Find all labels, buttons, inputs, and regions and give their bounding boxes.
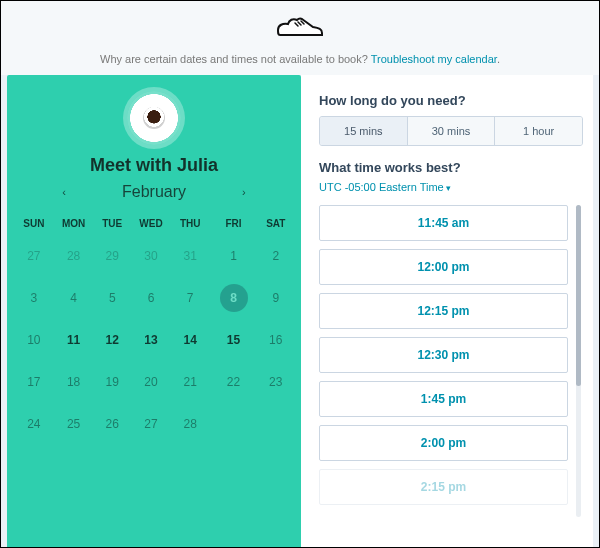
main-row: Meet with Julia ‹ February › SUNMONTUEWE… <box>1 75 599 547</box>
calendar-day <box>259 403 293 445</box>
calendar-day[interactable]: 14 <box>172 319 209 361</box>
time-slot-list: 11:45 am12:00 pm12:15 pm12:30 pm1:45 pm2… <box>319 203 570 547</box>
calendar-day: 30 <box>130 235 172 277</box>
next-month-button[interactable]: › <box>234 180 254 204</box>
weekday-header: FRI <box>209 212 259 235</box>
duration-option[interactable]: 15 mins <box>320 117 407 145</box>
month-nav: ‹ February › <box>15 180 293 204</box>
brand-logo <box>272 13 328 43</box>
widget-header: Why are certain dates and times not avai… <box>1 1 599 75</box>
calendar-day[interactable]: 16 <box>259 319 293 361</box>
coffee-cup-icon <box>143 107 165 129</box>
calendar-day[interactable]: 25 <box>53 403 95 445</box>
weekday-header: THU <box>172 212 209 235</box>
scrollbar-track[interactable] <box>576 205 581 517</box>
time-panel: How long do you need? 15 mins30 mins1 ho… <box>301 75 593 547</box>
calendar-day[interactable]: 4 <box>53 277 95 319</box>
weekday-header: TUE <box>94 212 130 235</box>
calendar-day <box>209 403 259 445</box>
calendar-grid: SUNMONTUEWEDTHUFRISAT 272829303112345678… <box>15 212 293 445</box>
time-slot[interactable]: 2:15 pm <box>319 469 568 505</box>
calendar-day[interactable]: 11 <box>53 319 95 361</box>
timezone-select[interactable]: UTC -05:00 Eastern Time <box>319 181 583 193</box>
calendar-day[interactable]: 17 <box>15 361 53 403</box>
calendar-day[interactable]: 23 <box>259 361 293 403</box>
calendar-day[interactable]: 3 <box>15 277 53 319</box>
duration-option[interactable]: 1 hour <box>494 117 582 145</box>
calendar-day: 29 <box>94 235 130 277</box>
calendar-day[interactable]: 6 <box>130 277 172 319</box>
time-slot[interactable]: 12:00 pm <box>319 249 568 285</box>
scrollbar-thumb[interactable] <box>576 205 581 386</box>
calendar-day[interactable]: 19 <box>94 361 130 403</box>
calendar-day: 28 <box>53 235 95 277</box>
calendar-day[interactable]: 10 <box>15 319 53 361</box>
calendar-day[interactable]: 24 <box>15 403 53 445</box>
duration-question: How long do you need? <box>319 93 583 108</box>
calendar-day[interactable]: 21 <box>172 361 209 403</box>
calendar-day[interactable]: 26 <box>94 403 130 445</box>
calendar-day[interactable]: 20 <box>130 361 172 403</box>
calendar-day[interactable]: 7 <box>172 277 209 319</box>
meeting-title: Meet with Julia <box>90 155 218 176</box>
weekday-header: WED <box>130 212 172 235</box>
calendar-day[interactable]: 28 <box>172 403 209 445</box>
time-slot[interactable]: 12:30 pm <box>319 337 568 373</box>
calendar-day[interactable]: 13 <box>130 319 172 361</box>
help-text: Why are certain dates and times not avai… <box>100 53 500 65</box>
troubleshoot-link[interactable]: Troubleshoot my calendar <box>371 53 497 65</box>
time-slot[interactable]: 1:45 pm <box>319 381 568 417</box>
duration-option[interactable]: 30 mins <box>407 117 495 145</box>
sneaker-icon <box>275 13 325 43</box>
calendar-day[interactable]: 22 <box>209 361 259 403</box>
time-slot[interactable]: 2:00 pm <box>319 425 568 461</box>
booking-widget: Why are certain dates and times not avai… <box>0 0 600 548</box>
time-slot[interactable]: 12:15 pm <box>319 293 568 329</box>
calendar-day: 27 <box>15 235 53 277</box>
weekday-header: SUN <box>15 212 53 235</box>
calendar-day[interactable]: 18 <box>53 361 95 403</box>
month-label: February <box>122 183 186 201</box>
calendar-day[interactable]: 12 <box>94 319 130 361</box>
calendar-day[interactable]: 1 <box>209 235 259 277</box>
calendar-day[interactable]: 8 <box>209 277 259 319</box>
duration-segmented: 15 mins30 mins1 hour <box>319 116 583 146</box>
calendar-day[interactable]: 9 <box>259 277 293 319</box>
help-suffix: . <box>497 53 500 65</box>
calendar-day[interactable]: 15 <box>209 319 259 361</box>
calendar-day[interactable]: 5 <box>94 277 130 319</box>
weekday-header: MON <box>53 212 95 235</box>
weekday-header: SAT <box>259 212 293 235</box>
avatar <box>127 91 181 145</box>
help-prefix: Why are certain dates and times not avai… <box>100 53 371 65</box>
calendar-panel: Meet with Julia ‹ February › SUNMONTUEWE… <box>7 75 301 547</box>
calendar-day[interactable]: 2 <box>259 235 293 277</box>
calendar-day[interactable]: 27 <box>130 403 172 445</box>
time-question: What time works best? <box>319 160 583 175</box>
time-slot[interactable]: 11:45 am <box>319 205 568 241</box>
calendar-day: 31 <box>172 235 209 277</box>
prev-month-button[interactable]: ‹ <box>54 180 74 204</box>
